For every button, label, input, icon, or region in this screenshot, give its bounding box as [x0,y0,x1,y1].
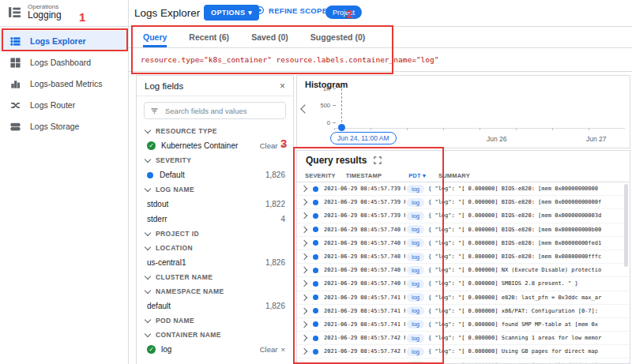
brand[interactable]: Operations Logging [8,3,62,21]
log-entry-row[interactable]: 2021-06-29 08:45:57.740 PDT log { "log":… [297,264,630,277]
time-cursor-dot[interactable] [338,124,345,131]
expand-chevron-icon[interactable] [301,199,307,205]
sidebar-item-logs-explorer[interactable]: Logs Explorer [0,31,128,51]
field-section-location[interactable]: LOCATION [137,241,293,255]
query-results-header: Query results [297,151,630,170]
log-entry-row[interactable]: 2021-06-29 08:45:57.742 PDT log { "log":… [297,358,630,364]
log-entry-row[interactable]: 2021-06-29 08:45:57.740 PDT log { "log":… [297,237,630,250]
clear-filter-button[interactable]: Clear× [260,345,285,354]
expand-chevron-icon[interactable] [301,321,307,328]
sidebar-item-logs-based-metrics[interactable]: Logs-based Metrics [0,73,128,94]
results-scrollbar[interactable] [624,184,628,267]
field-count: 1,826 [265,258,285,267]
y-axis-tick [333,122,336,123]
log-entry-row[interactable]: 2021-06-29 08:45:57.740 PDT log { "log":… [297,277,630,291]
log-name-chip: log [407,238,424,247]
field-count: 1,822 [265,200,285,208]
close-icon: × [280,345,285,354]
field-item-default-namespace[interactable]: default 1,826 [137,298,293,313]
selected-time-pill[interactable]: Jun 24, 11:00 AM [330,132,397,144]
field-section-container-name[interactable]: CONTAINER NAME [137,328,293,342]
tab-saved[interactable]: Saved (0) [251,27,288,47]
field-item-us-central1[interactable]: us-central1 1,826 [137,255,293,270]
query-text: resource.type="k8s_container" resource.l… [141,55,439,64]
log-name-chip: log [407,280,424,288]
log-entry-row[interactable]: 2021-06-29 08:45:57.740 PDT log { "log":… [297,223,630,237]
log-timestamp: 2021-06-29 08:45:57.740 PDT [324,253,405,260]
field-item-severity-default[interactable]: Default 1,826 [137,167,293,182]
log-timestamp: 2021-06-29 08:45:57.741 PDT [324,295,405,301]
log-entry-row[interactable]: 2021-06-29 08:45:57.742 PDT log { "log":… [297,345,630,358]
expand-chevron-icon[interactable] [301,335,307,341]
sidebar-item-logs-dashboard[interactable]: Logs Dashboard [0,52,128,73]
expand-chevron-icon[interactable] [301,253,307,260]
logging-logo-icon [8,6,21,19]
log-summary: { "log": "[ 0.000000] BIOS-e820: [mem 0x… [428,253,630,260]
log-timestamp: 2021-06-29 08:45:57.739 PDT [324,199,405,205]
log-entry-row[interactable]: 2021-06-29 08:45:57.739 PDT log { "log":… [297,182,630,196]
expand-chevron-icon[interactable] [301,186,307,192]
field-section-pod-name[interactable]: POD NAME [137,313,293,328]
log-name-chip: log [407,347,424,356]
column-summary: SUMMARY [438,172,470,179]
log-entry-row[interactable]: 2021-06-29 08:45:57.741 PDT log { "log":… [297,305,630,318]
field-section-resource-type[interactable]: RESOURCE TYPE [137,124,293,138]
timezone-selector[interactable]: PDT ▾ [408,172,426,179]
log-summary: { "log": "[ 0.000000] BIOS-e820: [mem 0x… [428,240,630,246]
field-section-severity[interactable]: SEVERITY [137,153,293,167]
query-results-panel: Query results SEVERITY TIMESTAMP PDT ▾ S… [296,150,630,364]
chevron-down-icon [145,287,151,293]
log-summary: { "log": "[ 0.000000] BIOS-e820: [mem 0x… [428,212,630,219]
sidebar-item-label: Logs Router [30,100,75,110]
section-label: POD NAME [156,317,194,325]
expand-chevron-icon[interactable] [301,240,307,246]
y-axis-tick-label: 1K [297,85,330,92]
sidebar-item-logs-router[interactable]: Logs Router [0,95,128,115]
log-entry-row[interactable]: 2021-06-29 08:45:57.740 PDT log { "log":… [297,250,630,264]
search-fields-box[interactable] [144,102,286,119]
clear-filter-button[interactable]: Clear× [260,141,285,150]
refine-scope-button[interactable]: REFINE SCOPE [255,6,327,15]
log-name-chip: log [407,266,424,275]
expand-chevron-icon[interactable] [301,308,307,314]
scope-project-badge[interactable]: Project [325,6,362,19]
expand-chevron-icon[interactable] [301,267,307,273]
log-entry-row[interactable]: 2021-06-29 08:45:57.742 PDT log { "log":… [297,332,630,345]
options-button[interactable]: OPTIONS▾ [204,5,259,21]
sidebar-item-logs-storage[interactable]: Logs Storage [0,116,128,137]
log-entry-row[interactable]: 2021-06-29 08:45:57.741 PDT log { "log":… [297,318,630,332]
expand-chevron-icon[interactable] [301,280,307,287]
sidebar: Logs Explorer Logs Dashboard Logs-based … [0,27,128,364]
expand-icon[interactable] [374,153,382,167]
expand-chevron-icon[interactable] [301,348,307,355]
log-timestamp: 2021-06-29 08:45:57.740 PDT [324,280,405,287]
chevron-down-icon [145,272,151,279]
field-item-stdout[interactable]: stdout 1,822 [137,197,293,212]
clear-label: Clear [260,345,278,354]
field-section-namespace-name[interactable]: NAMESPACE NAME [137,284,293,298]
field-section-log-name[interactable]: LOG NAME [137,182,293,197]
dashboard-icon [10,58,21,68]
log-entry-row[interactable]: 2021-06-29 08:45:57.741 PDT log { "log":… [297,291,630,305]
field-section-cluster-name[interactable]: CLUSTER NAME [137,270,293,284]
field-item-stderr[interactable]: stderr 4 [137,212,293,227]
close-icon[interactable]: × [280,81,285,92]
tab-suggested[interactable]: Suggested (0) [310,27,365,47]
log-entry-row[interactable]: 2021-06-29 08:45:57.739 PDT log { "log":… [297,209,630,223]
tab-recent[interactable]: Recent (6) [189,27,229,47]
log-entry-row[interactable]: 2021-06-29 08:45:57.739 PDT log { "log":… [297,196,630,209]
log-fields-header: Log fields × [137,76,293,96]
expand-chevron-icon[interactable] [301,294,307,300]
field-item-kubernetes-container[interactable]: ✓ Kubernetes Container Clear× [137,138,293,153]
tab-query[interactable]: Query [143,27,167,47]
query-editor[interactable]: resource.type="k8s_container" resource.l… [129,48,632,72]
expand-chevron-icon[interactable] [301,212,307,219]
brand-text: Operations Logging [28,3,62,21]
search-fields-input[interactable] [164,106,280,116]
column-severity: SEVERITY [305,172,336,179]
log-name-chip: log [407,361,424,364]
severity-default-icon [313,321,318,327]
field-item-log-container[interactable]: ✓ log Clear× [137,342,293,357]
expand-chevron-icon[interactable] [301,226,307,232]
field-section-project-id[interactable]: PROJECT ID [137,227,293,241]
